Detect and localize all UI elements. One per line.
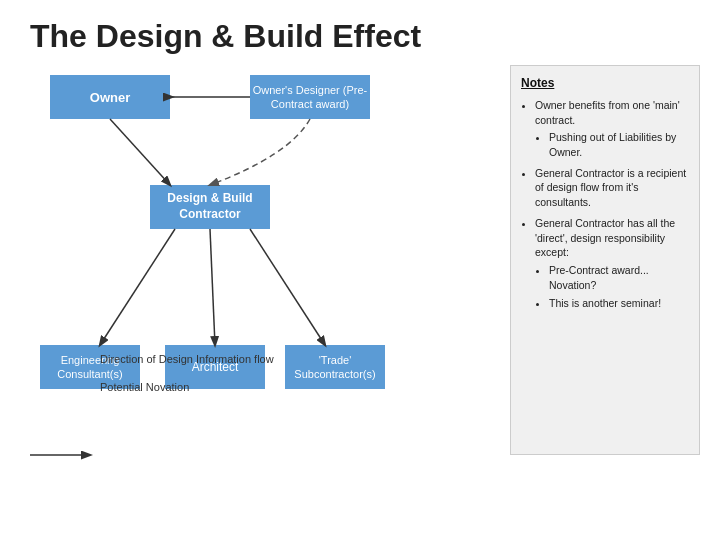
notes-item-2: General Contractor is a recipient of des…	[535, 166, 689, 210]
diagram-area: Owner Owner's Designer (Pre-Contract awa…	[20, 65, 500, 465]
design-build-box: Design & Build Contractor	[150, 185, 270, 229]
notes-subitem-3-2: This is another seminar!	[549, 296, 689, 311]
notes-panel: Notes Owner benefits from one 'main' con…	[510, 65, 700, 455]
notes-list: Owner benefits from one 'main' contract.…	[521, 98, 689, 311]
notes-subitem-3-1: Pre-Contract award... Novation?	[549, 263, 689, 292]
owner-box: Owner	[50, 75, 170, 119]
svg-line-6	[210, 229, 215, 345]
owners-designer-box: Owner's Designer (Pre-Contract award)	[250, 75, 370, 119]
svg-line-7	[250, 229, 325, 345]
notes-item-1: Owner benefits from one 'main' contract.…	[535, 98, 689, 160]
svg-line-4	[110, 119, 170, 185]
notes-item-3: General Contractor has all the 'direct',…	[535, 216, 689, 311]
page-title: The Design & Build Effect	[0, 0, 720, 65]
notes-subitem-1-1: Pushing out of Liabilities by Owner.	[549, 130, 689, 159]
svg-line-5	[100, 229, 175, 345]
trade-box: 'Trade' Subcontractor(s)	[285, 345, 385, 389]
notes-title: Notes	[521, 76, 689, 90]
legend-solid-label: Direction of Design Information flow	[100, 353, 274, 365]
diagram-arrows	[20, 65, 500, 465]
legend-dashed-label: Potential Novation	[100, 381, 189, 393]
